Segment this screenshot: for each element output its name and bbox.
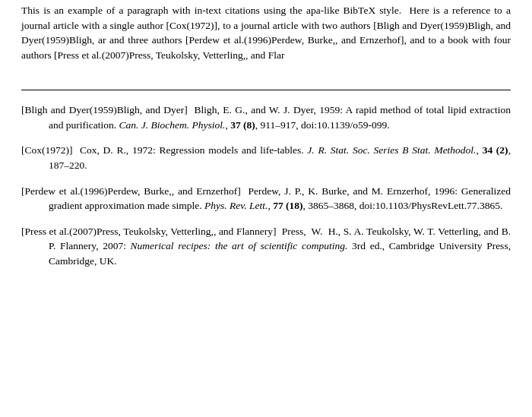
reference-entry-cox: [Cox(1972)] Cox, D. R., 1972: Regression… [21,143,511,172]
reference-booktitle-press: Numerical recipes: the art of scientific… [131,240,348,251]
reference-volume-perdew: 77 (18) [273,200,302,211]
reference-journal-perdew: Phys. Rev. Lett. [204,200,268,211]
reference-key-bligh: [Bligh and Dyer(1959)Bligh, and Dyer] [21,104,188,115]
reference-journal-cox: J. R. Stat. Soc. Series B Stat. Methodol… [307,144,476,156]
reference-key-perdew: [Perdew et al.(1996)Perdew, Burke,, and … [21,185,241,197]
reference-key-cox: [Cox(1972)] [21,144,73,156]
page-content: This is an example of a paragraph with i… [0,0,532,268]
separator-line [21,90,511,90]
reference-entry-perdew: [Perdew et al.(1996)Perdew, Burke,, and … [21,184,511,213]
reference-key-press: [Press et al.(2007)Press, Teukolsky, Vet… [21,226,276,237]
reference-journal-bligh: Can. J. Biochem. Physiol. [119,119,226,131]
reference-entry-press: [Press et al.(2007)Press, Teukolsky, Vet… [21,224,511,269]
reference-entry: [Bligh and Dyer(1959)Bligh, and Dyer] Bl… [21,103,511,132]
intro-paragraph: This is an example of a paragraph with i… [21,3,511,62]
references-section: [Bligh and Dyer(1959)Bligh, and Dyer] Bl… [21,103,511,268]
reference-volume-cox: 34 (2) [483,144,508,156]
reference-volume-bligh: 37 (8) [230,119,255,131]
